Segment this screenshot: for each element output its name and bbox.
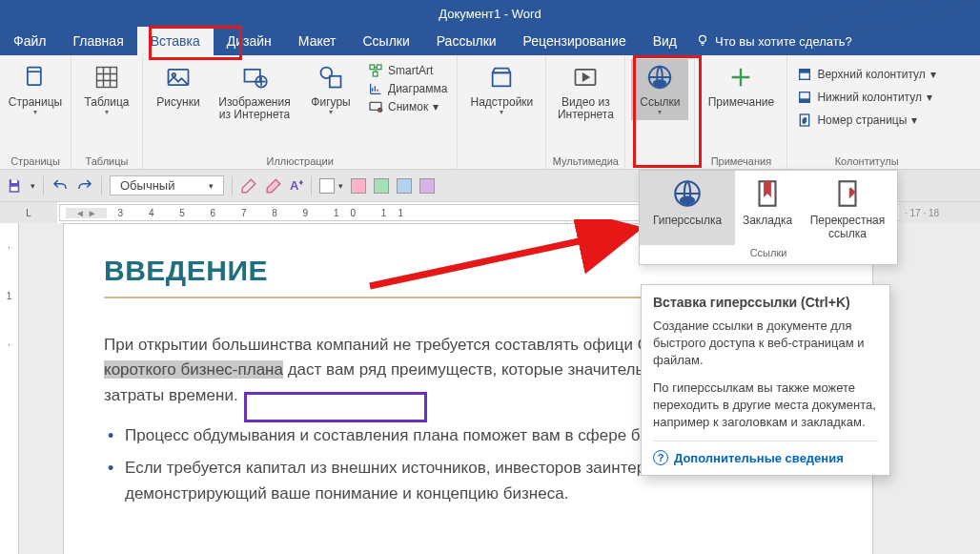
chevron-down-icon: ▾ <box>927 91 932 104</box>
page-icon <box>20 62 51 92</box>
redo-button[interactable] <box>76 177 93 195</box>
undo-button[interactable] <box>51 177 69 195</box>
qa-eraser-1[interactable] <box>240 177 257 195</box>
qa-color-4[interactable] <box>419 178 435 194</box>
group-pages: Страницы ▾ Страницы <box>0 55 71 169</box>
svg-point-17 <box>654 80 666 86</box>
svg-rect-24 <box>11 179 17 183</box>
header-label: Верхний колонтитул <box>817 68 925 81</box>
ribbon-insert: Страницы ▾ Страницы Таблица ▾ Таблицы Ри… <box>0 55 980 170</box>
qa-color-fill[interactable]: ▾ <box>319 178 343 194</box>
qa-color-1[interactable] <box>351 178 366 194</box>
pictures-button[interactable]: Рисунки <box>149 59 208 112</box>
tab-review[interactable]: Рецензирование <box>510 27 640 55</box>
svg-rect-2 <box>97 68 117 88</box>
header-button[interactable]: Верхний колонтитул ▾ <box>797 67 935 82</box>
tab-mailings[interactable]: Рассылки <box>423 27 510 55</box>
hyperlink-button[interactable]: Гиперссылка <box>640 171 735 245</box>
svg-rect-8 <box>330 76 341 88</box>
online-video-button[interactable]: Видео из Интернета <box>552 59 619 124</box>
smartart-button[interactable]: SmartArt <box>368 63 447 78</box>
qa-font-a[interactable]: A♦ <box>290 177 303 193</box>
hyperlink-label: Гиперссылка <box>653 215 722 228</box>
svg-rect-11 <box>373 72 378 76</box>
tab-view[interactable]: Вид <box>640 27 690 55</box>
online-picture-icon <box>239 62 270 92</box>
group-illustrations: Рисунки Изображения из Интернета Фигуры … <box>143 55 458 169</box>
online-pictures-label: Изображения из Интернета <box>214 96 296 121</box>
svg-rect-14 <box>493 72 511 86</box>
svg-rect-9 <box>370 65 375 70</box>
group-media: Видео из Интернета Мультимедиа <box>546 55 625 169</box>
qa-dropdown[interactable]: ▾ <box>31 181 35 191</box>
screenshot-label: Снимок <box>388 100 428 113</box>
group-tables: Таблица ▾ Таблицы <box>71 55 143 169</box>
group-links: Ссылки ▾ <box>625 55 695 169</box>
tab-insert[interactable]: Вставка <box>137 27 214 55</box>
crossref-button[interactable]: Перекрестная ссылка <box>800 171 895 245</box>
group-addins: Надстройки ▾ <box>458 55 546 169</box>
chart-label: Диаграмма <box>388 82 447 95</box>
links-dropdown-panel: Гиперссылка Закладка Перекрестная ссылка… <box>639 170 898 265</box>
tooltip-hyperlink: Вставка гиперссылки (Ctrl+K) Создание сс… <box>641 284 890 476</box>
video-icon <box>570 62 601 92</box>
online-pictures-button[interactable]: Изображения из Интернета <box>212 59 297 124</box>
svg-rect-19 <box>800 70 810 72</box>
pages-button[interactable]: Страницы ▾ <box>6 59 65 120</box>
links-button[interactable]: Ссылки ▾ <box>631 59 688 120</box>
tell-me-label: Что вы хотите сделать? <box>715 34 852 49</box>
tab-layout[interactable]: Макет <box>285 27 350 55</box>
chart-button[interactable]: Диаграмма <box>368 81 447 96</box>
comment-icon <box>725 62 756 92</box>
title-bar: Документ1 - Word <box>0 0 980 27</box>
pagenum-button[interactable]: #Номер страницы ▾ <box>797 113 935 128</box>
svg-point-28 <box>681 197 694 204</box>
tooltip-title: Вставка гиперссылки (Ctrl+K) <box>653 295 878 310</box>
svg-text:#: # <box>803 117 806 124</box>
chevron-down-icon: ▾ <box>930 68 936 81</box>
video-label: Видео из Интернета <box>554 96 617 121</box>
tab-file[interactable]: Файл <box>0 27 59 55</box>
ruler-vertical[interactable]: ·1· <box>0 223 19 554</box>
smartart-label: SmartArt <box>388 64 433 77</box>
pictures-label: Рисунки <box>156 96 199 109</box>
svg-point-0 <box>700 35 706 42</box>
ruler-corner: L <box>0 202 57 223</box>
group-headerfooter: Верхний колонтитул ▾ Нижний колонтитул ▾… <box>787 55 945 169</box>
crossref-icon <box>830 176 865 211</box>
table-button[interactable]: Таблица ▾ <box>77 59 136 120</box>
tooltip-text: Создание ссылки в документе для быстрого… <box>653 318 878 370</box>
group-label: Примечания <box>695 154 786 169</box>
chevron-down-icon: ▾ <box>658 109 662 117</box>
bookmark-button[interactable]: Закладка <box>735 171 800 245</box>
save-icon <box>6 177 23 195</box>
qa-eraser-2[interactable] <box>265 177 282 195</box>
qa-color-3[interactable] <box>397 178 412 194</box>
shapes-button[interactable]: Фигуры ▾ <box>301 59 360 120</box>
tab-references[interactable]: Ссылки <box>349 27 422 55</box>
help-icon: ? <box>653 450 668 465</box>
comment-button[interactable]: Примечание <box>701 59 781 112</box>
footer-button[interactable]: Нижний колонтитул ▾ <box>797 90 935 105</box>
style-selector[interactable]: Обычный ▾ <box>110 175 224 195</box>
table-icon <box>92 62 122 92</box>
qa-color-2[interactable] <box>374 178 389 194</box>
redo-icon <box>76 177 93 195</box>
crossref-label: Перекрестная ссылка <box>806 215 889 241</box>
group-label <box>458 154 545 169</box>
tab-home[interactable]: Главная <box>59 27 136 55</box>
tooltip-more-link[interactable]: ? Дополнительные сведения <box>653 441 878 465</box>
save-button[interactable] <box>6 177 23 195</box>
store-icon <box>486 62 517 92</box>
tooltip-more-label: Дополнительные сведения <box>674 451 844 465</box>
undo-icon <box>51 177 69 195</box>
tooltip-text: По гиперссылкам вы также можете переходи… <box>653 380 878 432</box>
group-label: Мультимедиа <box>546 154 624 169</box>
addins-button[interactable]: Надстройки ▾ <box>463 59 540 120</box>
eraser-icon <box>265 177 282 195</box>
screenshot-button[interactable]: Снимок ▾ <box>368 99 447 114</box>
group-label: Страницы <box>0 154 71 169</box>
selected-text[interactable]: короткого бизнес-плана <box>104 360 283 379</box>
chevron-down-icon: ▾ <box>33 109 37 117</box>
tab-design[interactable]: Дизайн <box>214 27 285 55</box>
